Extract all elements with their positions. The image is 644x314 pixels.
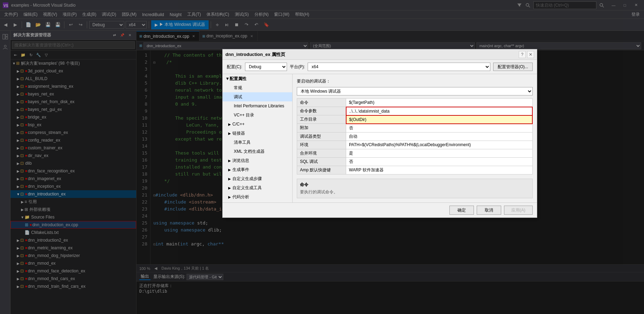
tree-metric[interactable]: ▶ ⊡ ■ dnn_metric_learning_ex bbox=[10, 244, 136, 252]
menu-tools[interactable]: 工具(T) bbox=[184, 10, 204, 19]
sidebar-vc[interactable]: VC++ 目录 bbox=[223, 110, 292, 120]
tree-train-cars[interactable]: ▶ ⊡ ■ dnn_mmod_train_find_cars_ex bbox=[10, 283, 136, 290]
solution-explorer-btn[interactable] bbox=[1, 32, 10, 41]
filter-btn[interactable]: ▽ bbox=[43, 51, 50, 58]
tree-dnn-face[interactable]: ▶ ⊡ ■ dnn_face_recognition_ex bbox=[10, 167, 136, 175]
tab-close-btn-2[interactable]: ✕ bbox=[249, 33, 254, 39]
tree-dnn-intro2[interactable]: ▶ ⊡ ■ dnn_introduction2_ex bbox=[10, 236, 136, 244]
confirm-button[interactable]: 确定 bbox=[449, 206, 474, 215]
bookmark-btn[interactable]: 🔖 bbox=[262, 21, 271, 29]
tree-dnn-inception[interactable]: ▶ ⊡ ■ dnn_inception_ex bbox=[10, 183, 136, 190]
toolbar-btn-7[interactable]: ⏯ bbox=[223, 21, 231, 29]
scope-select[interactable]: (全局范围) bbox=[310, 42, 475, 49]
tree-solution-root[interactable]: ▼ ⊞ 解决方案'examples' (98 个项目) bbox=[10, 59, 136, 67]
run-debugger-button[interactable]: ▶ ▶ 本地 Windows 调试器 bbox=[151, 20, 209, 29]
tree-custom-trainer[interactable]: ▶ ⊡ ■ custom_trainer_ex bbox=[10, 144, 136, 152]
function-select[interactable]: main(int argc, char** argv) bbox=[476, 42, 641, 49]
menu-nsight[interactable]: Nsight bbox=[167, 10, 184, 19]
prop-value-sql[interactable]: 否 bbox=[346, 157, 533, 166]
toolbar-btn-10[interactable]: ↶ bbox=[252, 21, 261, 29]
collapse-all-btn[interactable]: ⇤ bbox=[12, 51, 19, 58]
menu-debug[interactable]: 调试(D) bbox=[99, 10, 119, 19]
menu-file[interactable]: 文件(F) bbox=[1, 10, 21, 19]
arch-select[interactable]: x64 x86 bbox=[126, 21, 147, 29]
cancel-button[interactable]: 取消 bbox=[477, 206, 501, 215]
tree-active-file[interactable]: ⊞ ■ dnn_introduction_ex.cpp bbox=[10, 221, 136, 229]
minimize-button[interactable]: — bbox=[608, 2, 619, 9]
maximize-button[interactable]: □ bbox=[620, 2, 630, 9]
tree-bsp[interactable]: ▶ ⊡ ■ bsp_ex bbox=[10, 121, 136, 129]
sync-btn[interactable]: ⇄ bbox=[111, 32, 118, 39]
sidebar-events[interactable]: ▶ 生成事件 bbox=[223, 165, 292, 174]
tree-compress[interactable]: ▶ ⊡ ■ compress_stream_ex bbox=[10, 129, 136, 136]
platform-select[interactable]: x64 bbox=[308, 63, 490, 71]
prop-value-attach[interactable]: 否 bbox=[346, 124, 533, 133]
sidebar-cpp[interactable]: ▶ C/C++ bbox=[223, 120, 292, 129]
save-all-btn[interactable]: 💾 bbox=[54, 21, 62, 29]
tree-assignment[interactable]: ▶ ⊡ ■ assignment_learning_ex bbox=[10, 83, 136, 90]
tree-bayes-disk[interactable]: ▶ ⊡ ■ bayes_net_from_disk_ex bbox=[10, 98, 136, 106]
tree-dir-nav[interactable]: ▶ ⊡ ■ dir_nav_ex bbox=[10, 152, 136, 159]
tree-dlib[interactable]: ▶ ⊡ dlib bbox=[10, 159, 136, 167]
toolbar-btn-6[interactable]: ⎆ bbox=[213, 21, 222, 29]
sidebar-code-analysis[interactable]: ▶ 代码分析 bbox=[223, 192, 292, 201]
tree-hipster[interactable]: ▶ ⊡ ■ dnn_mmod_dog_hipsterizer bbox=[10, 252, 136, 259]
save-btn[interactable]: 💾 bbox=[44, 21, 52, 29]
pin-btn[interactable]: 📌 bbox=[119, 32, 126, 39]
output-tab[interactable]: 输出 bbox=[139, 273, 150, 280]
sidebar-config-props[interactable]: ▼ 配置属性 bbox=[223, 74, 292, 83]
tree-source-files[interactable]: ▼ 📁 Source Files bbox=[10, 213, 136, 221]
tree-find-cars[interactable]: ▶ ⊡ ■ dnn_mmod_find_cars_ex bbox=[10, 275, 136, 283]
tree-bridge[interactable]: ▶ ⊡ ■ bridge_ex bbox=[10, 113, 136, 121]
tab-close-btn[interactable]: ✕ bbox=[191, 34, 196, 39]
solution-tree[interactable]: ▼ ⊞ 解决方案'examples' (98 个项目) ▶ ⊡ ■ 3d_poi… bbox=[10, 59, 136, 314]
prop-value-merge[interactable]: 是 bbox=[346, 149, 533, 157]
menu-incredibuild[interactable]: IncrediBuild bbox=[139, 10, 167, 19]
menu-project[interactable]: 项目(P) bbox=[60, 10, 79, 19]
apply-button[interactable]: 应用(A) bbox=[504, 206, 533, 215]
toolbar-btn-8[interactable]: ⏹ bbox=[233, 21, 241, 29]
props-btn[interactable]: 🔧 bbox=[35, 51, 42, 58]
tree-references[interactable]: ▶ ≡ 引用 bbox=[10, 198, 136, 206]
sidebar-search-input[interactable] bbox=[12, 41, 135, 49]
config-select[interactable]: Debug Release bbox=[89, 21, 124, 29]
prop-value-amp[interactable]: WARP 软件加速器 bbox=[346, 166, 533, 174]
sidebar-custom-tool[interactable]: ▶ 自定义生成工具 bbox=[223, 183, 292, 192]
tree-dnn-intro-selected[interactable]: ▼ ⊡ ■ dnn_introduction_ex bbox=[10, 190, 136, 198]
config-select-dialog[interactable]: Debug bbox=[245, 63, 287, 71]
menu-team[interactable]: 团队(M) bbox=[119, 10, 139, 19]
tree-cmake[interactable]: 📄 CMakeLists.txt bbox=[10, 229, 136, 236]
tree-mmod-ex[interactable]: ▶ ⊡ ■ dnn_mmod_ex bbox=[10, 259, 136, 267]
tree-face-detection[interactable]: ▶ ⊡ ■ dnn_mmod_face_detection_ex bbox=[10, 267, 136, 275]
sidebar-close-btn[interactable]: ✕ bbox=[126, 32, 133, 39]
undo-btn[interactable]: ↩ bbox=[66, 21, 75, 29]
toolbar-btn-9[interactable]: ↷ bbox=[243, 21, 251, 29]
tree-config[interactable]: ▶ ⊡ ■ config_reader_ex bbox=[10, 136, 136, 144]
close-button[interactable]: ✕ bbox=[631, 2, 641, 9]
menu-window[interactable]: 窗口(W) bbox=[271, 10, 292, 19]
dialog-close-button[interactable]: ✕ bbox=[527, 51, 534, 58]
debugger-select[interactable]: 本地 Windows 调试器 bbox=[297, 87, 533, 95]
back-button[interactable]: ◀ bbox=[1, 21, 10, 29]
login-button[interactable]: 登录 bbox=[629, 10, 643, 19]
sidebar-debug[interactable]: 调试 bbox=[223, 92, 292, 101]
show-all-files-btn[interactable]: 📁 bbox=[20, 51, 27, 58]
tree-3d-point[interactable]: ▶ ⊡ ■ 3d_point_cloud_ex bbox=[10, 67, 136, 75]
quick-launch-input[interactable] bbox=[533, 1, 596, 9]
menu-architecture[interactable]: 体系结构(C) bbox=[204, 10, 232, 19]
menu-help[interactable]: 帮助(H) bbox=[292, 10, 312, 19]
redo-btn[interactable]: ↪ bbox=[76, 21, 85, 29]
prop-value-debugtype[interactable]: 自动 bbox=[346, 132, 533, 141]
menu-build[interactable]: 生成(B) bbox=[79, 10, 99, 19]
sidebar-linker[interactable]: ▶ 链接器 bbox=[223, 129, 292, 138]
tab-dnn-inception[interactable]: ⊞ dnn_inception_ex.cpp ✕ bbox=[200, 31, 258, 41]
menu-edit[interactable]: 编辑(E) bbox=[21, 10, 40, 19]
prop-value-env[interactable]: PATH=$(VCRedistPaths)%PATH%$(LocalDebugg… bbox=[346, 141, 533, 149]
prop-value-command[interactable]: $(TargetPath) bbox=[346, 99, 533, 107]
prop-value-workdir[interactable]: $(OutDir) bbox=[346, 115, 533, 124]
sidebar-custom-step[interactable]: ▶ 自定义生成步骤 bbox=[223, 174, 292, 183]
dialog-help-button[interactable]: ? bbox=[519, 51, 526, 58]
menu-view[interactable]: 视图(V) bbox=[40, 10, 60, 19]
sidebar-browse[interactable]: ▶ 浏览信息 bbox=[223, 156, 292, 165]
team-explorer-btn[interactable] bbox=[1, 43, 10, 52]
